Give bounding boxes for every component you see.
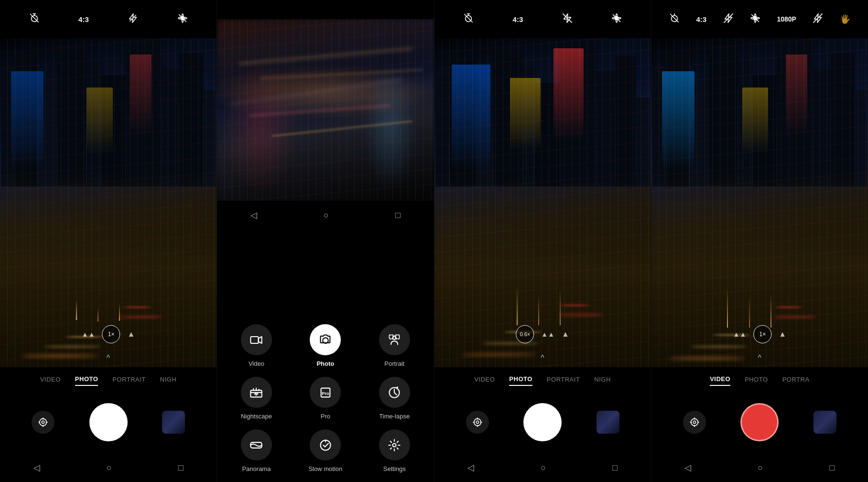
screen-4: 4:3 1080P	[651, 0, 868, 482]
recents-btn-1[interactable]: □	[178, 463, 184, 473]
nav-bar-1: ◁ ○ □	[0, 453, 217, 482]
zoom-1x-btn[interactable]: 1×	[102, 325, 120, 343]
pro-mode-icon[interactable]: Pro	[310, 377, 341, 408]
menu-item-timelapse[interactable]: Time-lapse	[365, 377, 424, 420]
shutter-btn-1[interactable]	[89, 403, 128, 441]
tab-video-1[interactable]: VIDEO	[40, 373, 61, 385]
tab-photo-3[interactable]: PHOTO	[509, 373, 532, 386]
shutter-btn-3[interactable]	[523, 403, 562, 441]
screen-2: Video Photo	[217, 0, 434, 482]
nav-bar-3: ◁ ○ □	[434, 453, 651, 482]
tab-video-3[interactable]: VIDEO	[474, 373, 495, 385]
photo-mode-icon[interactable]	[310, 324, 341, 355]
hand-icon-4[interactable]: 🖐	[840, 14, 850, 24]
menu-item-portrait[interactable]: Portrait	[365, 324, 424, 367]
pro-label: Pro	[321, 413, 330, 420]
aspect-ratio-icon-3[interactable]: 4:3	[513, 15, 523, 23]
timelapse-mode-icon[interactable]	[379, 377, 410, 408]
macro-off-icon-3[interactable]	[611, 13, 622, 25]
svg-line-7	[179, 15, 186, 22]
shutter-btn-4[interactable]	[740, 403, 779, 441]
menu-item-photo[interactable]: Photo	[296, 324, 355, 367]
top-bar-3: 4:3	[434, 0, 651, 38]
portrait-mode-icon[interactable]	[379, 324, 410, 355]
settings-mode-icon[interactable]	[379, 429, 410, 460]
back-btn-2[interactable]: ◁	[250, 210, 257, 220]
home-btn-3[interactable]: ○	[541, 463, 546, 473]
svg-point-53	[693, 421, 696, 424]
timer-off-icon-4[interactable]	[669, 13, 680, 25]
mode-tabs-3: VIDEO PHOTO PORTRAIT NIGH	[434, 367, 651, 391]
menu-item-settings[interactable]: Settings	[365, 429, 424, 472]
focus-icon-btn-1[interactable]	[32, 411, 54, 434]
mode-menu: Video Photo	[217, 310, 434, 482]
thumbnail-1[interactable]	[162, 411, 185, 434]
flash-icon-4[interactable]	[723, 13, 734, 25]
aspect-ratio-icon-4[interactable]: 4:3	[696, 15, 706, 23]
back-btn-3[interactable]: ◁	[467, 462, 474, 473]
chevron-up-1[interactable]: ^	[107, 354, 110, 362]
top-bar-1: 4:3	[0, 0, 217, 38]
zoom-06x-btn[interactable]: 0.6×	[516, 325, 534, 343]
menu-item-nightscape[interactable]: Nightscape	[227, 377, 286, 420]
tab-video-4[interactable]: VIDEO	[710, 373, 730, 386]
thumbnail-3[interactable]	[597, 411, 619, 434]
tele-icon-4[interactable]: ▲	[779, 330, 786, 339]
flash-icon[interactable]	[128, 13, 138, 25]
tele-icon-3[interactable]: ▲	[562, 330, 569, 339]
stabilize-icon-4[interactable]	[813, 13, 823, 25]
tab-portrait-3[interactable]: PORTRAIT	[547, 373, 580, 385]
tab-night-3[interactable]: NIGH	[594, 373, 611, 385]
timer-off-icon-3[interactable]	[463, 13, 474, 25]
svg-point-28	[393, 443, 396, 447]
macro-off-icon-4[interactable]	[750, 13, 760, 25]
chevron-up-4[interactable]: ^	[758, 354, 762, 362]
back-btn-4[interactable]: ◁	[684, 462, 691, 473]
thumbnail-4[interactable]	[814, 411, 836, 434]
svg-point-8	[40, 419, 47, 426]
panorama-mode-icon[interactable]	[241, 429, 272, 460]
resolution-label-4[interactable]: 1080P	[777, 15, 796, 23]
chevron-up-3[interactable]: ^	[541, 354, 544, 362]
recents-btn-2[interactable]: □	[395, 210, 401, 220]
home-btn-2[interactable]: ○	[324, 210, 329, 220]
aspect-ratio-icon[interactable]: 4:3	[78, 15, 89, 23]
nightscape-mode-icon[interactable]	[241, 377, 272, 408]
tab-portrait-4[interactable]: PORTRA	[782, 373, 810, 385]
flash-icon-3[interactable]	[562, 13, 573, 25]
menu-item-slowmotion[interactable]: Slow motion	[296, 429, 355, 472]
back-btn-1[interactable]: ◁	[33, 462, 40, 473]
focus-icon-btn-4[interactable]	[683, 411, 706, 434]
tab-night-1[interactable]: NIGH	[160, 373, 177, 385]
zoom-1x-btn-4[interactable]: 1×	[753, 325, 771, 343]
home-btn-1[interactable]: ○	[107, 463, 112, 473]
macro-off-icon[interactable]	[177, 13, 188, 25]
svg-point-38	[476, 421, 479, 424]
svg-text:Pro: Pro	[322, 391, 329, 395]
menu-item-pro[interactable]: Pro Pro	[296, 377, 355, 420]
svg-line-49	[752, 15, 759, 22]
bottom-controls-3	[434, 391, 651, 453]
wide-angle-icon-3[interactable]: ▲▲	[541, 330, 554, 338]
top-bar-2	[217, 0, 434, 19]
tab-portrait-1[interactable]: PORTRAIT	[112, 373, 146, 385]
tab-photo-1[interactable]: PHOTO	[75, 373, 98, 386]
slowmotion-mode-icon[interactable]	[310, 429, 341, 460]
tab-photo-4[interactable]: PHOTO	[745, 373, 768, 385]
menu-item-video[interactable]: Video	[227, 324, 286, 367]
video-mode-icon[interactable]	[241, 324, 272, 355]
wide-angle-icon-4[interactable]: ▲▲	[733, 330, 747, 338]
viewfinder-4: ▲▲ 1× ▲ ^	[651, 38, 868, 367]
portrait-label: Portrait	[384, 360, 404, 367]
timer-off-icon[interactable]	[29, 13, 40, 25]
menu-item-panorama[interactable]: Panorama	[227, 429, 286, 472]
svg-rect-20	[251, 390, 262, 397]
svg-rect-14	[251, 337, 259, 343]
tele-icon[interactable]: ▲	[128, 330, 135, 339]
focus-icon-btn-3[interactable]	[466, 411, 489, 434]
mode-tabs-1: VIDEO PHOTO PORTRAIT NIGH	[0, 367, 217, 391]
home-btn-4[interactable]: ○	[758, 463, 763, 473]
recents-btn-4[interactable]: □	[830, 463, 835, 473]
wide-angle-icon[interactable]: ▲▲	[82, 330, 95, 338]
recents-btn-3[interactable]: □	[612, 463, 618, 473]
